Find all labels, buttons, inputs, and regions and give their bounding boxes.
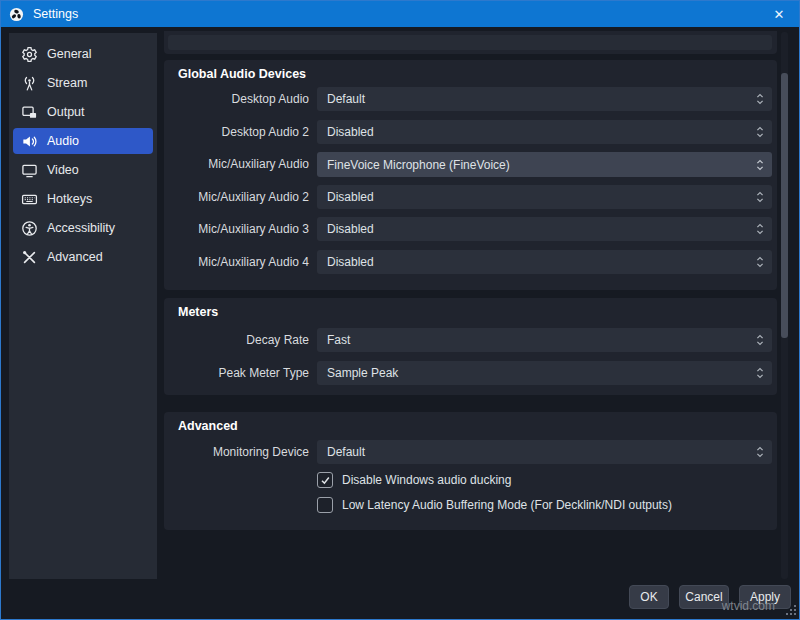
sidebar-item-label: Audio: [47, 134, 79, 148]
mic-aux-audio-3-select[interactable]: Disabled: [317, 217, 772, 241]
sidebar-item-hotkeys[interactable]: Hotkeys: [13, 186, 153, 212]
spinner-icon: [748, 120, 772, 144]
desktop-audio-select[interactable]: Default: [317, 87, 772, 111]
gear-icon: [21, 46, 38, 63]
spinner-icon: [748, 440, 772, 464]
sidebar-item-stream[interactable]: Stream: [13, 70, 153, 96]
spinner-icon: [748, 87, 772, 111]
section-title: Global Audio Devices: [178, 67, 306, 81]
spinner-icon: [748, 217, 772, 241]
row-label: Peak Meter Type: [164, 361, 309, 385]
row-label: Desktop Audio: [164, 87, 309, 111]
sidebar-item-label: Video: [47, 163, 79, 177]
group-global-audio-devices: Global Audio Devices Desktop Audio Defau…: [164, 60, 777, 290]
combo-value: Disabled: [327, 190, 748, 204]
accessibility-icon: [21, 220, 38, 237]
row-label: Mic/Auxiliary Audio: [164, 152, 309, 176]
window-title: Settings: [33, 7, 78, 21]
low-latency-buffering-checkbox[interactable]: [317, 497, 333, 513]
close-button[interactable]: ✕: [759, 1, 799, 27]
checkbox-label[interactable]: Low Latency Audio Buffering Mode (For De…: [342, 498, 672, 512]
combo-value: Default: [327, 445, 748, 459]
decay-rate-select[interactable]: Fast: [317, 328, 772, 352]
sidebar-item-label: Hotkeys: [47, 192, 92, 206]
row-label: Mic/Auxiliary Audio 4: [164, 250, 309, 274]
sidebar-item-accessibility[interactable]: Accessibility: [13, 215, 153, 241]
scrollbar-thumb[interactable]: [781, 73, 788, 338]
sidebar-item-label: Stream: [47, 76, 87, 90]
desktop-audio-2-select[interactable]: Disabled: [317, 120, 772, 144]
sidebar-item-label: Advanced: [47, 250, 103, 264]
row-label: Desktop Audio 2: [164, 120, 309, 144]
resize-grip[interactable]: [786, 605, 797, 616]
combo-value: Sample Peak: [327, 366, 748, 380]
spinner-icon: [748, 152, 772, 177]
ok-button[interactable]: OK: [629, 585, 669, 609]
titlebar: Settings ✕: [1, 1, 799, 27]
combo-value: Default: [327, 92, 748, 106]
tools-icon: [21, 249, 38, 266]
spinner-icon: [748, 250, 772, 274]
monitoring-device-select[interactable]: Default: [317, 440, 772, 464]
spinner-icon: [748, 361, 772, 385]
row-label: Decay Rate: [164, 328, 309, 352]
vertical-scrollbar[interactable]: [781, 32, 788, 579]
group-advanced: Advanced Monitoring Device Default Disab…: [164, 412, 777, 530]
broadcast-icon: [21, 75, 38, 92]
row-label: Monitoring Device: [164, 440, 309, 464]
sidebar-item-label: General: [47, 47, 91, 61]
sidebar-item-output[interactable]: Output: [13, 99, 153, 125]
mic-aux-audio-select[interactable]: FineVoice Microphone (FineVoice): [317, 152, 772, 177]
sidebar: General Stream Output Audio: [9, 33, 157, 579]
spinner-icon: [748, 185, 772, 209]
obs-logo-icon: [9, 7, 24, 22]
checkmark-icon: [320, 475, 331, 486]
sidebar-item-audio[interactable]: Audio: [13, 128, 153, 154]
checkbox-label[interactable]: Disable Windows audio ducking: [342, 473, 511, 487]
mic-aux-audio-4-select[interactable]: Disabled: [317, 250, 772, 274]
mic-aux-audio-2-select[interactable]: Disabled: [317, 185, 772, 209]
watermark: wtvid.com: [722, 599, 775, 613]
monitor-icon: [21, 162, 38, 179]
speaker-icon: [21, 133, 38, 150]
section-title: Advanced: [178, 419, 238, 433]
partial-combobox[interactable]: [168, 35, 772, 50]
combo-value: Disabled: [327, 255, 748, 269]
row-label: Mic/Auxiliary Audio 3: [164, 217, 309, 241]
sidebar-item-label: Accessibility: [47, 221, 115, 235]
group-meters: Meters Decay Rate Fast Peak Meter Type S…: [164, 298, 777, 395]
combo-value: FineVoice Microphone (FineVoice): [327, 158, 748, 172]
output-icon: [21, 104, 38, 121]
sidebar-item-label: Output: [47, 105, 85, 119]
keyboard-icon: [21, 191, 38, 208]
row-label: Mic/Auxiliary Audio 2: [164, 185, 309, 209]
sidebar-item-video[interactable]: Video: [13, 157, 153, 183]
sidebar-item-advanced[interactable]: Advanced: [13, 244, 153, 270]
section-title: Meters: [178, 305, 218, 319]
settings-window: Settings ✕ General Stream Output: [0, 0, 800, 620]
peak-meter-type-select[interactable]: Sample Peak: [317, 361, 772, 385]
combo-value: Disabled: [327, 222, 748, 236]
spinner-icon: [748, 328, 772, 352]
combo-value: Fast: [327, 333, 748, 347]
combo-value: Disabled: [327, 125, 748, 139]
sidebar-item-general[interactable]: General: [13, 41, 153, 67]
disable-audio-ducking-checkbox[interactable]: [317, 472, 333, 488]
